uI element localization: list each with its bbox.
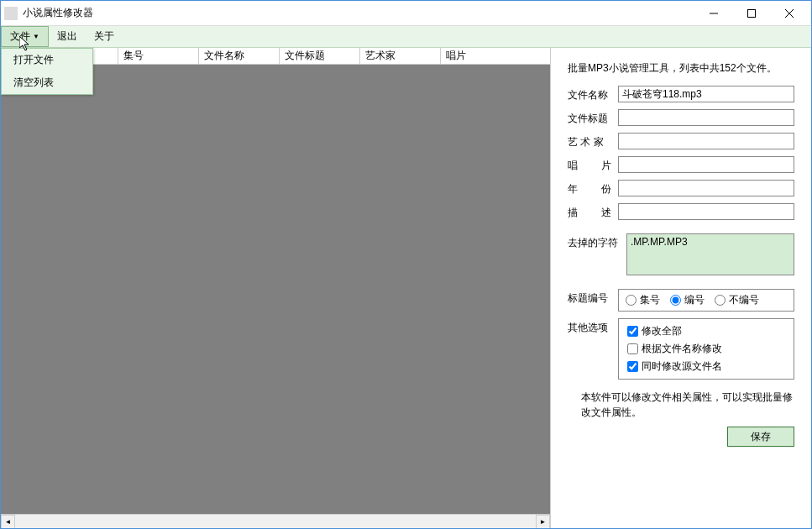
scroll-right-button[interactable]: ►	[536, 515, 550, 529]
input-artist[interactable]	[618, 133, 794, 149]
input-desc[interactable]	[618, 203, 794, 220]
table-body[interactable]	[1, 65, 550, 514]
app-icon	[4, 7, 18, 20]
minimize-icon	[710, 9, 718, 18]
th-filename[interactable]: 文件名称	[199, 48, 280, 64]
th-artist[interactable]: 艺术家	[360, 48, 441, 64]
check-byname-input[interactable]	[627, 343, 638, 354]
input-year[interactable]	[618, 180, 794, 196]
chevron-down-icon: ▼	[33, 33, 39, 40]
label-desc: 描述	[568, 203, 618, 220]
label-album: 唱片	[568, 156, 618, 173]
menu-file-label: 文件	[10, 29, 30, 44]
input-filetitle[interactable]	[618, 109, 794, 126]
check-source-input[interactable]	[627, 361, 638, 372]
radio-bianhao-input[interactable]	[670, 295, 681, 306]
input-filename[interactable]	[618, 86, 794, 102]
check-source[interactable]: 同时修改源文件名	[627, 359, 722, 374]
th-album[interactable]: 唱片	[441, 48, 521, 64]
label-strip: 去掉的字符	[568, 233, 626, 250]
menubar: 文件 ▼ 打开文件 清空列表 退出 关于	[1, 26, 811, 48]
close-button[interactable]	[770, 2, 808, 25]
radio-jihao[interactable]: 集号	[626, 293, 660, 307]
label-artist: 艺 术 家	[568, 133, 618, 149]
close-icon	[785, 9, 794, 18]
window-controls	[694, 2, 808, 25]
check-all-input[interactable]	[627, 326, 638, 337]
menu-open-file[interactable]: 打开文件	[2, 49, 92, 71]
th-jihao[interactable]: 集号	[118, 48, 199, 64]
label-filetitle: 文件标题	[568, 109, 618, 126]
check-byname[interactable]: 根据文件名称修改	[627, 342, 722, 356]
label-filename: 文件名称	[568, 86, 618, 102]
save-button[interactable]: 保存	[727, 427, 794, 447]
label-numbering: 标题编号	[568, 289, 618, 306]
svg-rect-1	[747, 9, 755, 17]
titlebar: 小说属性修改器	[1, 1, 811, 26]
right-panel: 批量MP3小说管理工具，列表中共152个文件。 文件名称 文件标题 艺 术 家 …	[551, 48, 811, 528]
radio-none[interactable]: 不编号	[715, 293, 759, 307]
check-all[interactable]: 修改全部	[627, 324, 682, 338]
minimize-button[interactable]	[694, 2, 732, 25]
menu-clear-list[interactable]: 清空列表	[2, 71, 92, 94]
menu-file[interactable]: 文件 ▼ 打开文件 清空列表	[1, 26, 49, 47]
scroll-track[interactable]	[15, 515, 536, 529]
th-filetitle[interactable]: 文件标题	[280, 48, 360, 64]
scroll-left-button[interactable]: ◄	[1, 515, 15, 529]
radio-bianhao[interactable]: 编号	[670, 293, 705, 307]
menu-about[interactable]: 关于	[86, 26, 123, 47]
left-panel: 集号 文件名称 文件标题 艺术家 唱片 ◄ ►	[1, 48, 551, 528]
window-title: 小说属性修改器	[23, 6, 694, 20]
input-album[interactable]	[618, 156, 794, 173]
file-dropdown: 打开文件 清空列表	[1, 48, 93, 95]
maximize-icon	[747, 9, 756, 18]
radio-jihao-input[interactable]	[626, 295, 637, 306]
label-other: 其他选项	[568, 318, 618, 335]
label-year: 年份	[568, 180, 618, 196]
footer-text: 本软件可以修改文件相关属性，可以实现批量修改文件属性。	[581, 390, 794, 420]
info-text: 批量MP3小说管理工具，列表中共152个文件。	[568, 61, 794, 76]
menu-exit[interactable]: 退出	[49, 26, 86, 47]
numbering-group: 集号 编号 不编号	[618, 289, 794, 312]
maximize-button[interactable]	[732, 2, 770, 25]
other-group: 修改全部 根据文件名称修改 同时修改源文件名	[618, 318, 794, 380]
content-area: 集号 文件名称 文件标题 艺术家 唱片 ◄ ► 批量MP3小说管理工具，列表中共…	[1, 48, 811, 528]
horizontal-scrollbar[interactable]: ◄ ►	[1, 514, 550, 528]
input-strip[interactable]	[626, 233, 794, 275]
radio-none-input[interactable]	[715, 295, 726, 306]
